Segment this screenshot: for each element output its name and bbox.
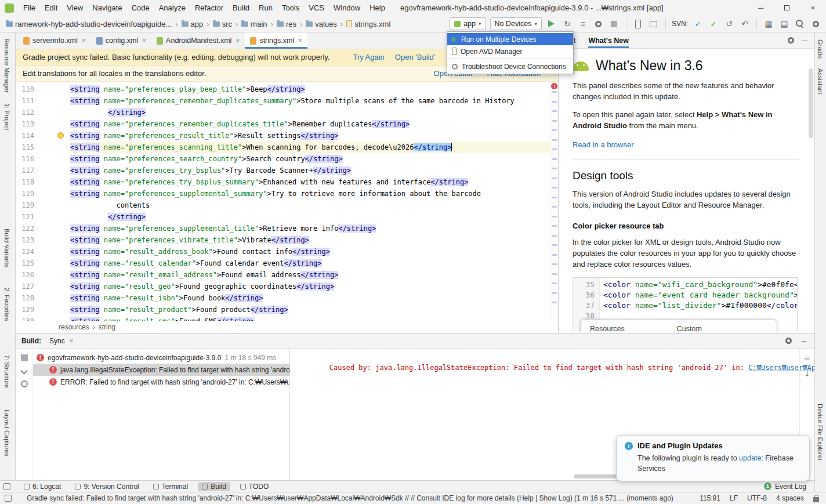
line-number[interactable]: 124 xyxy=(16,246,34,258)
code-line-114[interactable]: <string name="preferences_result_title">… xyxy=(70,130,550,142)
toolwindow-button-9-version-control[interactable]: 9: Version Control xyxy=(71,482,143,491)
close-tab-icon[interactable]: × xyxy=(142,37,146,45)
encoding-widget[interactable]: UTF-8 xyxy=(747,494,767,502)
breadcrumb-string[interactable]: string xyxy=(99,323,115,331)
menu-edit[interactable]: Edit xyxy=(40,2,62,14)
error-indicator-icon[interactable] xyxy=(551,83,557,89)
code-line-112[interactable]: </string> xyxy=(70,107,550,118)
sdk-manager-icon[interactable] xyxy=(648,18,660,30)
close-tab-icon[interactable]: × xyxy=(70,337,74,345)
build-tree-row[interactable]: egovframework-hyb-add-studio-deviceinfoa… xyxy=(33,351,289,364)
stop-icon[interactable] xyxy=(21,354,28,361)
code-line-122[interactable]: <string name="preferences_supplemental_t… xyxy=(70,223,550,234)
settings-icon[interactable] xyxy=(810,18,821,30)
close-tab-icon[interactable]: × xyxy=(82,37,86,45)
stripe-build-variants[interactable]: Build Variants xyxy=(3,229,10,267)
update-notification-balloon[interactable]: IDE and Plugin Updates The following plu… xyxy=(616,435,810,481)
line-number[interactable]: 117 xyxy=(16,165,34,176)
hide-panel-icon[interactable]: ─ xyxy=(802,37,807,45)
menu-item-run-on-multiple-devices[interactable]: Run on Multiple Devices xyxy=(447,33,573,45)
menu-refactor[interactable]: Refactor xyxy=(190,2,228,14)
vcs-update-icon[interactable]: ✓ xyxy=(692,18,704,30)
line-number[interactable]: 110 xyxy=(16,84,34,95)
code-line-125[interactable]: <string name="result_calendar">Found cal… xyxy=(70,258,550,269)
run-config-selector[interactable]: app ▾ xyxy=(450,17,486,30)
tab-serverinfo-xml[interactable]: serverinfo.xml× xyxy=(18,32,91,49)
line-number[interactable]: 123 xyxy=(16,234,34,246)
line-number[interactable]: 118 xyxy=(16,176,34,188)
stop-button[interactable] xyxy=(608,18,620,30)
breadcrumb-app[interactable]: app xyxy=(180,19,205,29)
code-line-111[interactable]: <string name="preferences_remember_dupli… xyxy=(70,95,550,107)
line-number[interactable]: 129 xyxy=(16,304,34,316)
toolwindow-button-todo[interactable]: TODO xyxy=(236,482,273,491)
vcs-commit-icon[interactable]: ✓ xyxy=(708,18,719,30)
tab-androidmanifest-xml[interactable]: AndroidManifest.xml× xyxy=(151,32,245,49)
open-build-link[interactable]: Open 'Build' xyxy=(395,53,435,61)
hide-panel-icon[interactable]: ─ xyxy=(801,337,806,345)
indent-widget[interactable]: 4 spaces xyxy=(776,494,804,502)
menu-code[interactable]: Code xyxy=(127,2,154,14)
code-line-129[interactable]: <string name="result_product">Found prod… xyxy=(70,304,550,316)
code-line-120[interactable]: contents xyxy=(70,200,550,211)
line-number[interactable]: 125 xyxy=(16,258,34,269)
maximize-button[interactable] xyxy=(774,0,800,16)
menu-window[interactable]: Window xyxy=(329,2,365,14)
line-number[interactable]: 119 xyxy=(16,188,34,200)
menu-analyze[interactable]: Analyze xyxy=(154,2,190,14)
apply-changes-icon[interactable]: ↻ xyxy=(561,18,573,30)
breadcrumb-values[interactable]: values xyxy=(305,19,338,29)
toolwindow-button-6-logcat[interactable]: 6: Logcat xyxy=(20,482,65,491)
line-number[interactable]: 127 xyxy=(16,281,34,292)
code-line-127[interactable]: <string name="result_geo">Found geograph… xyxy=(70,281,550,292)
panel-scrollbar-thumb[interactable] xyxy=(809,68,813,138)
stripe-resource-manager[interactable]: Resource Manager xyxy=(3,38,10,93)
soft-wrap-icon[interactable]: ≡ xyxy=(804,353,810,363)
scroll-to-end-icon[interactable]: ↓ xyxy=(804,369,810,379)
tab-whats-new[interactable]: What's New xyxy=(588,32,629,48)
code-line-116[interactable]: <string name="preferences_search_country… xyxy=(70,153,550,165)
stripe-layout-captures[interactable]: Layout Captures xyxy=(3,409,10,456)
stripe-device-file-explorer[interactable]: Device File Explorer xyxy=(817,404,824,461)
avd-manager-icon[interactable] xyxy=(632,18,644,30)
line-number[interactable]: 114 xyxy=(16,130,34,142)
read-in-browser-link[interactable]: Read in a browser xyxy=(573,140,634,149)
apply-code-changes-icon[interactable]: ≡ xyxy=(577,18,589,30)
stripe-gradle[interactable]: Gradle xyxy=(817,39,824,59)
stripe-7-structure[interactable]: 7: Structure xyxy=(3,355,10,388)
toolwindow-button-build[interactable]: Build xyxy=(198,482,230,491)
tab-strings-xml[interactable]: strings.xml× xyxy=(245,32,307,49)
breadcrumb-res[interactable]: res xyxy=(276,19,298,29)
close-tab-icon[interactable]: × xyxy=(298,37,302,45)
line-number[interactable]: 128 xyxy=(16,292,34,304)
line-ending-widget[interactable]: LF xyxy=(730,494,738,502)
code-line-113[interactable]: <string name="preferences_remember_dupli… xyxy=(70,118,550,130)
caret-position-widget[interactable]: 115:91 xyxy=(700,494,720,502)
intention-bulb-icon[interactable] xyxy=(57,132,64,139)
line-number[interactable]: 130 xyxy=(16,316,34,321)
breadcrumb-main[interactable]: main xyxy=(240,19,268,29)
line-number[interactable]: 126 xyxy=(16,269,34,281)
line-number[interactable]: 115 xyxy=(16,142,34,153)
code-line-117[interactable]: <string name="preferences_try_bsplus">Tr… xyxy=(70,165,550,176)
code-editor[interactable]: 1101111121131141151161171181191201211221… xyxy=(16,82,558,321)
code-line-128[interactable]: <string name="result_isbn">Found book</s… xyxy=(70,292,550,304)
try-again-link[interactable]: Try Again xyxy=(353,53,384,61)
tab-config-xml[interactable]: config.xml× xyxy=(91,32,151,49)
menu-build[interactable]: Build xyxy=(228,2,254,14)
navigate-to-error-icon[interactable] xyxy=(20,367,28,375)
menu-tools[interactable]: Tools xyxy=(277,2,304,14)
stripe-assistant[interactable]: Assistant xyxy=(817,68,824,95)
line-number[interactable]: 111 xyxy=(16,95,34,107)
breadcrumb-src[interactable]: src xyxy=(212,19,233,29)
close-button[interactable]: × xyxy=(800,0,826,16)
menu-item-troubleshoot-device-connections[interactable]: Troubleshoot Device Connections xyxy=(447,60,573,72)
gear-icon[interactable] xyxy=(785,338,792,344)
code-line-123[interactable]: <string name="preferences_vibrate_title"… xyxy=(70,234,550,246)
toolwindow-switcher-icon[interactable] xyxy=(5,495,12,502)
gear-icon[interactable] xyxy=(788,37,794,43)
breadcrumb-strings-xml[interactable]: strings.xml xyxy=(345,19,392,29)
breadcrumb-ramework-hyb-add-studio-devi[interactable]: ramework-hyb-add-studio-deviceinfoapigui… xyxy=(5,19,173,29)
search-everywhere-button[interactable] xyxy=(794,18,806,30)
layout-inspector-icon[interactable]: ▤ xyxy=(778,18,790,30)
